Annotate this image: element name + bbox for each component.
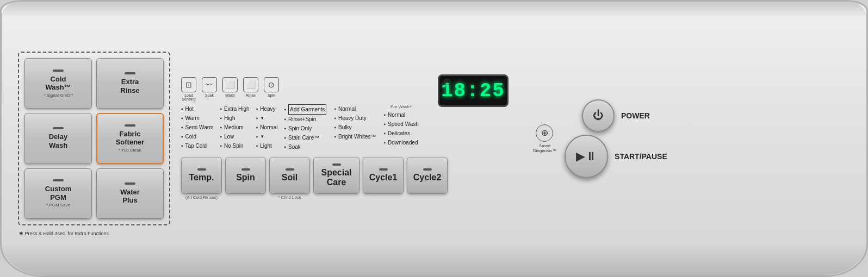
temp-semi-warm: Semi Warm — [181, 123, 213, 132]
special-care-column: Add Garments Rinse+Spin Spin Only Stain … — [284, 104, 326, 152]
load-sensing-icon: ⊡ — [181, 77, 196, 92]
cycle2-options-list: Normal Speed Wash Delicates Downloaded — [383, 110, 418, 147]
indicator-water-plus — [125, 182, 135, 185]
dashed-footer-text: ✱ Press & Hold 3sec. for Extra Functions — [19, 231, 109, 236]
spin-icon-item: ⊙ Spin — [264, 77, 279, 101]
cycle2-button[interactable]: Cycle2 — [407, 157, 448, 194]
display-clock-icon: ⊙ — [444, 79, 450, 85]
start-pause-label: START/PAUSE — [615, 152, 667, 161]
care-rinse-spin: Rinse+Spin — [284, 115, 326, 124]
cycle1-normal: Normal — [334, 104, 376, 114]
soil-light: Light — [256, 141, 278, 150]
soak-label: Soak — [205, 93, 214, 97]
cycle1-button[interactable]: Cycle1 — [363, 157, 404, 194]
mode-icons-row: ⊡ LoadSensing 〰 Soak ⬜ Wash ⬜ — [181, 77, 279, 101]
cycle1-bulky: Bulky — [334, 123, 376, 132]
display-time-value: 18:25 — [441, 80, 505, 102]
power-row: ⏻ POWER — [582, 99, 650, 132]
soil-column: Heavy ▼ Normal ▼ Light — [256, 104, 278, 150]
special-care-options-list: Add Garments Rinse+Spin Spin Only Stain … — [284, 104, 326, 152]
power-button[interactable]: ⏻ — [582, 99, 615, 132]
start-pause-icon: ▶⏸ — [576, 149, 597, 163]
special-care-button[interactable]: SpecialCare — [313, 157, 359, 194]
indicator-extra-rinse — [125, 72, 135, 74]
special-care-button-label: SpecialCare — [321, 168, 351, 187]
soil-button-label: Soil — [282, 173, 297, 182]
care-add-garments: Add Garments — [284, 104, 326, 115]
indicator-special-care — [332, 163, 341, 166]
delay-wash-button[interactable]: DelayWash — [24, 113, 92, 163]
soak-icon: 〰 — [202, 77, 217, 92]
cold-wash-button[interactable]: ColdWash™ * Signal On/Off — [24, 58, 92, 109]
wash-label: Wash — [225, 93, 235, 97]
cycle2-normal: Normal — [383, 110, 418, 119]
temp-button[interactable]: Temp. — [181, 157, 222, 194]
care-soak: Soak — [284, 142, 326, 152]
cycle1-options-list: Normal Heavy Duty Bulky Bright Whites™ — [334, 104, 376, 141]
soil-sub-label: * Child Lock — [278, 195, 301, 200]
rinse-icon: ⬜ — [243, 77, 258, 92]
indicator-spin — [241, 168, 250, 171]
spin-button[interactable]: Spin — [225, 157, 266, 194]
cycle2-downloaded: Downloaded — [383, 138, 418, 147]
power-group: ⊕ SmartDiagnosis™ ⏻ POWER ▶⏸ START/ — [533, 99, 667, 178]
soak-icon-item: 〰 Soak — [202, 77, 217, 101]
custom-pgm-sub: * PGM Save — [46, 203, 70, 207]
spin-column: Extra High High Medium Low No Spin — [220, 104, 249, 150]
load-sensing-label: LoadSensing — [182, 93, 195, 101]
rinse-icon-item: ⬜ Rinse — [243, 77, 258, 101]
dashed-button-section: ColdWash™ * Signal On/Off ExtraRinse Del… — [18, 52, 170, 225]
fabric-softener-label: FabricSoftener — [116, 130, 145, 147]
cycle2-column: Pre Wash+ Normal Speed Wash Delicates Do… — [383, 104, 418, 147]
power-label: POWER — [621, 111, 650, 120]
soil-heavy: Heavy — [256, 104, 278, 114]
indicator-cold-wash — [53, 70, 64, 72]
care-spin-only: Spin Only — [284, 124, 326, 133]
soil-down-arrow2: ▼ — [256, 132, 278, 141]
special-care-btn-wrapper: SpecialCare — [313, 157, 359, 200]
temp-btn-wrapper: Temp. (All Cold Rinses) — [181, 157, 222, 200]
fabric-softener-sub: * Tub Clean — [119, 148, 141, 153]
delay-wash-label: DelayWash — [49, 133, 68, 149]
temp-sub-label: (All Cold Rinses) — [185, 195, 218, 200]
cycle2-btn-wrapper: Cycle2 — [407, 157, 448, 200]
soil-btn-wrapper: Soil * Child Lock — [269, 157, 310, 200]
power-section: ⊕ SmartDiagnosis™ ⏻ POWER ▶⏸ START/ — [533, 99, 667, 178]
fabric-softener-button[interactable]: FabricSoftener * Tub Clean — [96, 113, 164, 163]
load-sensing-icon-item: ⊡ LoadSensing — [181, 77, 196, 101]
smart-diagnosis-label: SmartDiagnosis™ — [533, 143, 556, 153]
spin-button-label: Spin — [236, 173, 255, 182]
soil-normal: Normal — [256, 123, 278, 132]
cycle1-heavy-duty: Heavy Duty — [334, 114, 376, 123]
indicator-fabric-softener — [125, 124, 135, 127]
cycle1-button-label: Cycle1 — [369, 173, 398, 182]
water-plus-button[interactable]: WaterPlus — [96, 168, 164, 219]
spin-btn-wrapper: Spin — [225, 157, 266, 200]
spin-high: High — [220, 114, 249, 123]
spin-icon-label: Spin — [268, 93, 275, 97]
temp-cold: Cold — [181, 132, 213, 141]
indicator-cycle1 — [379, 168, 388, 171]
cycle2-speed-wash: Speed Wash — [383, 119, 418, 129]
indicator-custom-pgm — [53, 179, 64, 181]
cycle-buttons-row: Temp. (All Cold Rinses) Spin Soil * C — [181, 157, 517, 200]
extra-rinse-button[interactable]: ExtraRinse — [96, 58, 164, 109]
cold-wash-sub: * Signal On/Off — [44, 93, 72, 98]
custom-pgm-label: CustomPGM — [45, 185, 71, 202]
start-pause-button[interactable]: ▶⏸ — [565, 135, 608, 178]
smart-diagnosis-area: ⊕ SmartDiagnosis™ — [533, 124, 556, 153]
soil-button[interactable]: Soil — [269, 157, 310, 194]
temp-button-label: Temp. — [189, 173, 214, 182]
wash-icon: ⬜ — [222, 77, 238, 92]
temp-column: Hot Warm Semi Warm Cold Tap Cold — [181, 104, 213, 150]
water-plus-label: WaterPlus — [120, 188, 140, 205]
spin-icon: ⊙ — [264, 77, 279, 92]
washer-control-panel: ColdWash™ * Signal On/Off ExtraRinse Del… — [0, 0, 868, 277]
cycle2-pre-wash-label: Pre Wash+ — [390, 104, 412, 109]
temp-warm: Warm — [181, 114, 213, 123]
custom-pgm-button[interactable]: CustomPGM * PGM Save — [24, 168, 92, 219]
extra-rinse-label: ExtraRinse — [120, 78, 139, 95]
temp-options-list: Hot Warm Semi Warm Cold Tap Cold — [181, 104, 213, 150]
smart-diagnosis-icon: ⊕ — [536, 124, 553, 142]
cycle1-bright-whites: Bright Whites™ — [334, 132, 376, 141]
